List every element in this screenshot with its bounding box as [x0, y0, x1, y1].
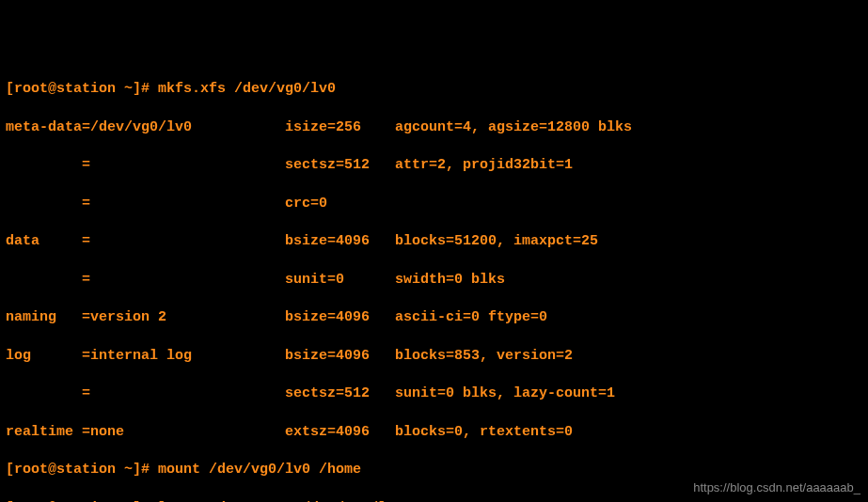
mkfs-output: = sunit=0 swidth=0 blks: [6, 271, 862, 290]
mkfs-output: = crc=0: [6, 195, 862, 213]
mkfs-output: realtime =none extsz=4096 blocks=0, rtex…: [6, 423, 862, 442]
prompt-line-1: [root@station ~]# mkfs.xfs /dev/vg0/lv0: [6, 80, 862, 99]
prompt-line-3: [root@station ~]# lvextend -L 212M /dev/…: [6, 499, 862, 503]
mkfs-output: = sectsz=512 attr=2, projid32bit=1: [6, 156, 862, 175]
mkfs-output: meta-data=/dev/vg0/lv0 isize=256 agcount…: [6, 118, 862, 137]
shell-prompt: [root@station ~]#: [6, 81, 158, 97]
mkfs-output: data = bsize=4096 blocks=51200, imaxpct=…: [6, 232, 862, 251]
shell-prompt: [root@station ~]#: [6, 462, 158, 478]
mkfs-output: = sectsz=512 sunit=0 blks, lazy-count=1: [6, 384, 862, 403]
mkfs-output: naming =version 2 bsize=4096 ascii-ci=0 …: [6, 308, 862, 327]
mkfs-output: log =internal log bsize=4096 blocks=853,…: [6, 347, 862, 366]
command-mkfs: mkfs.xfs /dev/vg0/lv0: [158, 81, 336, 97]
prompt-line-2: [root@station ~]# mount /dev/vg0/lv0 /ho…: [6, 461, 862, 479]
command-mount: mount /dev/vg0/lv0 /home: [158, 462, 361, 478]
watermark-text: https://blog.csdn.net/aaaaaab_: [693, 479, 860, 496]
